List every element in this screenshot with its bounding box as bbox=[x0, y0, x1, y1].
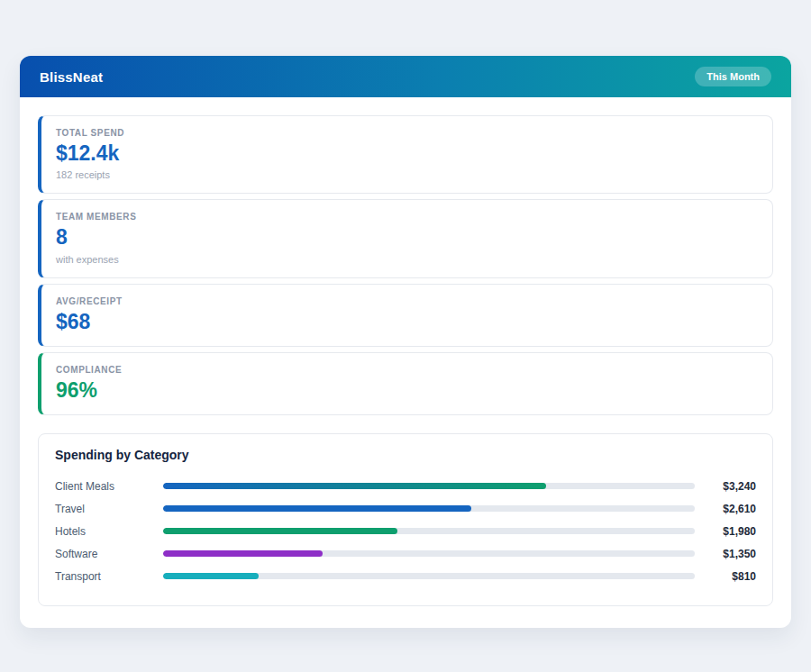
category-label: Client Meals bbox=[55, 480, 163, 493]
dashboard-card: BlissNeat This Month TOTAL SPEND $12.4k … bbox=[20, 56, 791, 628]
category-label: Hotels bbox=[55, 525, 163, 538]
stat-subtext: with expenses bbox=[56, 254, 756, 265]
chart-row-software: Software $1,350 bbox=[55, 542, 756, 565]
chart-row-travel: Travel $2,610 bbox=[55, 497, 756, 520]
bar-track bbox=[163, 505, 695, 512]
dashboard-body: TOTAL SPEND $12.4k 182 receipts TEAM MEM… bbox=[20, 97, 791, 628]
stat-label: AVG/RECEIPT bbox=[56, 296, 756, 306]
stat-label: TOTAL SPEND bbox=[56, 128, 756, 138]
stat-value: 8 bbox=[56, 226, 756, 249]
bar-track bbox=[163, 528, 695, 534]
bar-track bbox=[163, 550, 695, 557]
stat-value: $12.4k bbox=[56, 142, 756, 165]
stat-card-avg-receipt: AVG/RECEIPT $68 bbox=[38, 284, 773, 347]
category-value: $810 bbox=[695, 570, 756, 583]
chart-row-hotels: Hotels $1,980 bbox=[55, 520, 756, 542]
category-value: $1,350 bbox=[695, 548, 756, 560]
category-value: $2,610 bbox=[695, 503, 756, 515]
category-value: $1,980 bbox=[695, 525, 756, 538]
header-bar: BlissNeat This Month bbox=[20, 56, 791, 97]
stat-value: $68 bbox=[56, 311, 756, 333]
bar-travel bbox=[163, 505, 471, 512]
chart-row-client-meals: Client Meals $3,240 bbox=[55, 475, 756, 497]
stat-value: 96% bbox=[56, 379, 756, 402]
period-badge[interactable]: This Month bbox=[695, 67, 771, 86]
stat-card-team-members: TEAM MEMBERS 8 with expenses bbox=[38, 199, 773, 277]
bar-track bbox=[163, 483, 695, 489]
chart-title: Spending by Category bbox=[55, 448, 756, 462]
category-label: Transport bbox=[55, 570, 163, 583]
stat-label: TEAM MEMBERS bbox=[56, 212, 756, 222]
app-title: BlissNeat bbox=[40, 69, 103, 85]
bar-client-meals bbox=[163, 483, 546, 489]
bar-hotels bbox=[163, 528, 397, 534]
chart-row-transport: Transport $810 bbox=[55, 565, 756, 587]
category-value: $3,240 bbox=[695, 480, 756, 493]
spending-by-category-card: Spending by Category Client Meals $3,240… bbox=[38, 433, 773, 606]
stat-card-compliance: COMPLIANCE 96% bbox=[38, 352, 773, 415]
stat-label: COMPLIANCE bbox=[56, 365, 756, 375]
bar-transport bbox=[163, 573, 259, 579]
bar-software bbox=[163, 550, 323, 557]
stat-subtext: 182 receipts bbox=[56, 169, 756, 180]
stat-card-total-spend: TOTAL SPEND $12.4k 182 receipts bbox=[38, 115, 773, 194]
bar-track bbox=[163, 573, 695, 579]
category-label: Travel bbox=[55, 503, 163, 515]
category-label: Software bbox=[55, 548, 163, 560]
